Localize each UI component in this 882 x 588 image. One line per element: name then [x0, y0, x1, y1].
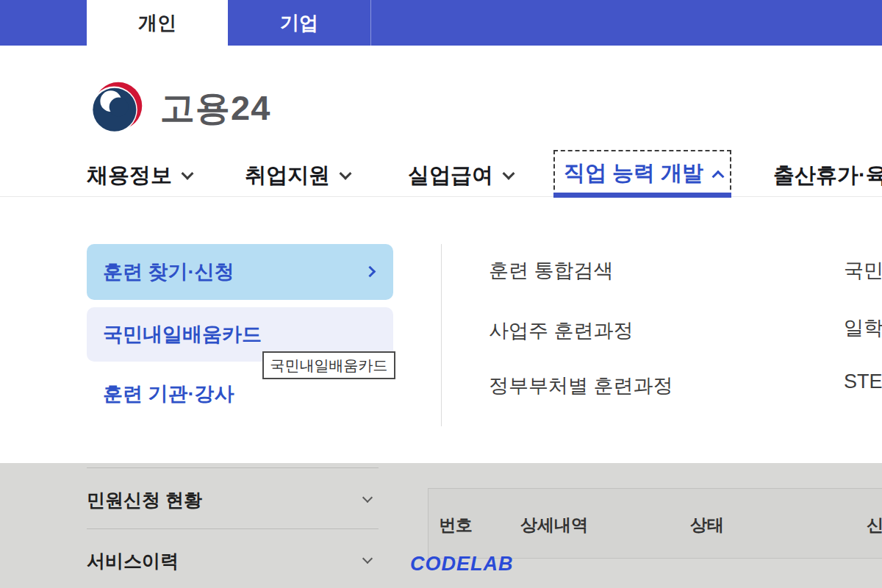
- tooltip: 국민내일배움카드: [262, 351, 395, 379]
- submenu-item-label: 국민내일배움카드: [103, 321, 262, 348]
- nav-item-maternity-childcare[interactable]: 출산휴가·육아: [773, 154, 882, 197]
- chevron-down-icon: [182, 168, 194, 180]
- submenu-item-training-search-apply[interactable]: 훈련 찾기·신청: [87, 244, 393, 300]
- submenu-item-label: 훈련 기관·강사: [103, 381, 234, 407]
- bottom-section: 민원신청 현황 서비스이력 번호 상세내역 상태 신청 CODELAB: [0, 463, 882, 588]
- nav-item-label: 직업 능력 개발: [564, 159, 703, 188]
- accordion-divider: [87, 528, 379, 529]
- submenu-link-clipped-3[interactable]: STE: [844, 370, 882, 393]
- table-header-application: 신청: [867, 514, 882, 537]
- dropdown-column-divider: [441, 244, 442, 426]
- nav-item-label: 실업급여: [408, 161, 493, 190]
- chevron-down-icon[interactable]: [362, 553, 373, 564]
- nav-item-label: 출산휴가·육아: [773, 161, 882, 190]
- table-header-details: 상세내역: [520, 514, 588, 537]
- nav-item-label: 채용정보: [87, 161, 172, 190]
- korea-government-emblem-icon: [90, 82, 143, 135]
- active-nav-underline: [553, 193, 731, 198]
- tooltip-text: 국민내일배움카드: [270, 356, 388, 376]
- nav-item-vocational-development-active[interactable]: 직업 능력 개발: [553, 150, 731, 197]
- accordion-divider: [87, 467, 379, 468]
- submenu-link-integrated-training-search[interactable]: 훈련 통합검색: [489, 257, 614, 284]
- chevron-down-icon[interactable]: [362, 492, 373, 503]
- submenu-link-clipped-1[interactable]: 국민: [844, 257, 882, 284]
- accordion-service-history[interactable]: 서비스이력: [87, 549, 179, 573]
- site-title: 고용24: [160, 85, 270, 132]
- submenu-link-employer-training-course[interactable]: 사업주 훈련과정: [489, 318, 634, 344]
- table-header-row: 번호 상세내역 상태 신청: [428, 488, 882, 559]
- submenu-link-clipped-2[interactable]: 일학: [844, 315, 882, 341]
- chevron-right-icon: [365, 266, 376, 278]
- codelab-watermark: CODELAB: [410, 553, 514, 576]
- submenu-item-training-institution-instructor[interactable]: 훈련 기관·강사: [87, 381, 393, 407]
- accordion-civil-application-status[interactable]: 민원신청 현황: [87, 488, 202, 512]
- table-header-status: 상태: [690, 514, 724, 537]
- tab-personal[interactable]: 개인: [87, 0, 228, 46]
- tab-company[interactable]: 기업: [228, 0, 371, 46]
- nav-item-unemployment-benefits[interactable]: 실업급여: [408, 154, 513, 197]
- table-header-number: 번호: [439, 514, 473, 537]
- logo[interactable]: 고용24: [90, 82, 270, 135]
- chevron-down-icon: [340, 168, 352, 180]
- nav-item-label: 취업지원: [245, 161, 330, 190]
- nav-item-employment-support[interactable]: 취업지원: [245, 154, 350, 197]
- nav-item-recruit-info[interactable]: 채용정보: [87, 154, 192, 197]
- employment24-page: 개인 기업 고용24 채용정보 취업지원 실업급여 직업 능력 개발 출산휴가·…: [0, 0, 882, 588]
- chevron-down-icon: [503, 168, 515, 180]
- submenu-item-label: 훈련 찾기·신청: [103, 259, 234, 285]
- top-bar: 개인 기업: [0, 0, 882, 46]
- chevron-up-icon: [712, 171, 725, 183]
- submenu-link-government-dept-training-course[interactable]: 정부부처별 훈련과정: [489, 373, 673, 399]
